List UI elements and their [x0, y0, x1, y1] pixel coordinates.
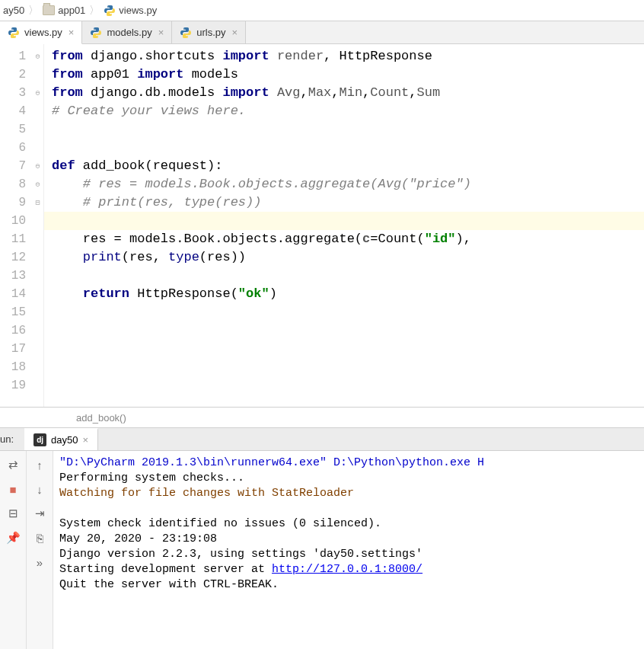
rerun-icon[interactable]: ⇄ — [4, 456, 22, 474]
console-output[interactable]: "D:\PyCharm 2019.1.3\bin\runnerw64.exe" … — [53, 451, 644, 649]
chevron-right-icon: 〉 — [28, 4, 39, 18]
chevron-right-icon: 〉 — [89, 4, 100, 18]
code-editor[interactable]: 12345678910111213141516171819 ⊖⊖⊖⊖⊟ from… — [0, 44, 644, 407]
python-file-icon — [104, 5, 116, 17]
code-area[interactable]: from django.shortcuts import render, Htt… — [44, 44, 644, 407]
tab-label: models.py — [107, 27, 151, 38]
context-bar: add_book() — [0, 407, 644, 428]
run-tab-label: day50 — [51, 434, 78, 446]
run-panel: ⇄ ■ ⊟ 📌 ↑ ↓ ⇥ ⎘ » "D:\PyCharm 2019.1.3\b… — [0, 451, 644, 649]
close-icon[interactable]: × — [83, 434, 89, 446]
fold-column: ⊖⊖⊖⊖⊟ — [32, 44, 44, 407]
breadcrumb-item[interactable]: ay50 — [3, 5, 24, 16]
pin-icon[interactable]: 📌 — [4, 529, 22, 547]
context-label: add_book() — [76, 412, 126, 424]
python-file-icon — [8, 27, 20, 39]
django-icon: dj — [33, 433, 46, 446]
tab-urls-py[interactable]: urls.py × — [172, 21, 246, 43]
breadcrumb: ay50 〉 app01 〉 views.py — [0, 0, 644, 21]
folder-icon — [43, 5, 55, 15]
tab-models-py[interactable]: models.py × — [82, 21, 172, 43]
tab-label: views.py — [24, 27, 62, 38]
breadcrumb-label: app01 — [58, 5, 85, 16]
run-tab-day50[interactable]: dj day50 × — [24, 428, 98, 450]
close-icon[interactable]: × — [232, 27, 238, 38]
python-file-icon — [90, 27, 102, 39]
run-panel-header: un: dj day50 × — [0, 428, 644, 451]
breadcrumb-item[interactable]: views.py — [104, 5, 157, 17]
breadcrumb-item[interactable]: app01 — [43, 5, 85, 16]
server-url-link[interactable]: http://127.0.0.1:8000/ — [272, 563, 422, 576]
editor-tabs: views.py × models.py × urls.py × — [0, 21, 644, 44]
run-tool-column-left: ⇄ ■ ⊟ 📌 — [0, 451, 27, 649]
tab-views-py[interactable]: views.py × — [0, 21, 82, 44]
more-icon[interactable]: » — [30, 553, 49, 571]
soft-wrap-icon[interactable]: ⇥ — [30, 504, 49, 523]
stop-icon[interactable]: ■ — [4, 480, 22, 498]
close-icon[interactable]: × — [69, 27, 75, 38]
run-tool-column-right: ↑ ↓ ⇥ ⎘ » — [27, 451, 53, 649]
python-file-icon — [180, 27, 192, 39]
layout-icon[interactable]: ⊟ — [4, 504, 22, 523]
run-label: un: — [0, 433, 24, 445]
arrow-up-icon[interactable]: ↑ — [30, 456, 49, 474]
breadcrumb-label: ay50 — [3, 5, 24, 16]
tab-label: urls.py — [196, 27, 225, 38]
arrow-down-icon[interactable]: ↓ — [30, 480, 49, 498]
breadcrumb-label: views.py — [119, 5, 157, 16]
line-number-gutter: 12345678910111213141516171819 — [0, 44, 32, 407]
close-icon[interactable]: × — [158, 27, 164, 38]
scroll-to-end-icon[interactable]: ⎘ — [30, 529, 49, 547]
